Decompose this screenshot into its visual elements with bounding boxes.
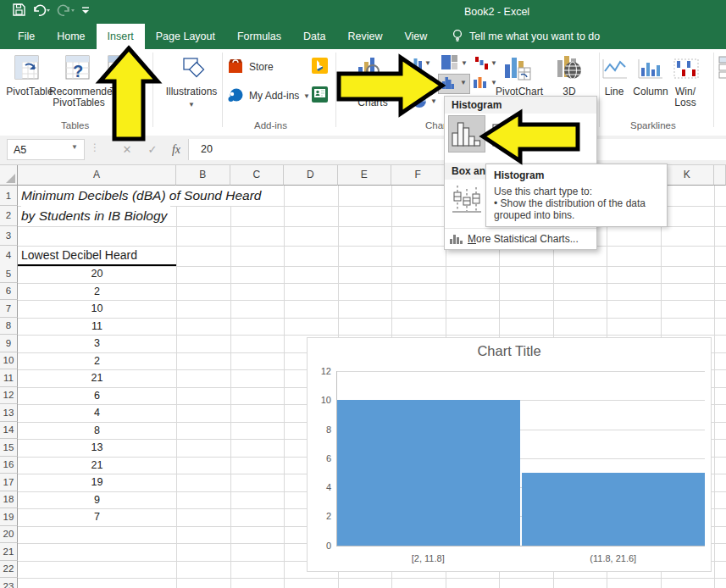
- row-header-6[interactable]: 6: [0, 283, 18, 301]
- insert-combo-chart-icon[interactable]: [473, 75, 487, 92]
- cell-A17[interactable]: 19: [18, 474, 176, 491]
- my-addins-icon[interactable]: [227, 86, 244, 107]
- tell-me-box[interactable]: Tell me what you want to do: [452, 24, 600, 49]
- pivotchart-icon[interactable]: [503, 54, 534, 86]
- customize-qat-icon[interactable]: [81, 4, 90, 19]
- pivottable-icon[interactable]: [14, 53, 41, 86]
- column-header-C[interactable]: C: [230, 164, 285, 186]
- row-header-12[interactable]: 12: [0, 387, 18, 405]
- recommended-pivottables-label2[interactable]: PivotTables: [49, 97, 108, 108]
- row-header-22[interactable]: 22: [0, 561, 18, 579]
- cell-A8[interactable]: 11: [18, 318, 176, 336]
- cell-A5[interactable]: 20: [18, 265, 176, 283]
- tab-home[interactable]: Home: [46, 24, 96, 49]
- sparkline-column-button[interactable]: Column: [632, 86, 669, 97]
- sparkline-winloss-label2[interactable]: Loss: [669, 97, 701, 108]
- cell-A13[interactable]: 4: [18, 404, 176, 422]
- tab-data[interactable]: Data: [292, 24, 336, 49]
- cell-A9[interactable]: 3: [18, 335, 176, 352]
- store-button[interactable]: Store: [249, 61, 274, 73]
- sparkline-line-icon[interactable]: [601, 58, 629, 83]
- recommended-charts-label1[interactable]: Recommended: [341, 86, 405, 97]
- tab-formulas[interactable]: Formulas: [226, 24, 292, 49]
- insert-waterfall-chart-icon[interactable]: [474, 56, 489, 74]
- insert-column-chart-icon[interactable]: [408, 56, 423, 74]
- formula-bar-grip[interactable]: ⋮: [90, 141, 98, 153]
- save-icon[interactable]: [12, 3, 26, 20]
- row-header-7[interactable]: 7: [0, 300, 18, 318]
- tab-review[interactable]: Review: [336, 24, 393, 49]
- column-header-partial[interactable]: [714, 164, 726, 186]
- column-header-F[interactable]: F: [391, 164, 446, 186]
- select-all-button[interactable]: [0, 164, 18, 186]
- illustrations-icon[interactable]: [180, 56, 208, 85]
- row-header-11[interactable]: 11: [0, 369, 18, 387]
- bing-maps-icon[interactable]: [312, 58, 328, 77]
- table-icon[interactable]: [107, 53, 134, 86]
- column-header-E[interactable]: E: [338, 164, 392, 186]
- people-graph-icon[interactable]: [312, 86, 328, 106]
- illustrations-button[interactable]: Illustrations: [159, 86, 224, 97]
- row-header-3[interactable]: 3: [0, 226, 18, 247]
- cell-A1[interactable]: Minimum Decibels (dBA) of Sound Heard: [21, 186, 264, 206]
- recommended-pivottables-icon[interactable]: ?: [64, 53, 91, 86]
- row-header-17[interactable]: 17: [0, 474, 18, 491]
- row-header-19[interactable]: 19: [0, 508, 18, 526]
- column-header-D[interactable]: D: [284, 164, 338, 186]
- sparkline-winloss-icon[interactable]: [673, 58, 700, 83]
- chart-title[interactable]: Chart Title: [308, 343, 711, 359]
- cell-A15[interactable]: 13: [18, 439, 176, 457]
- row-header-15[interactable]: 15: [0, 439, 18, 457]
- histogram-bar[interactable]: [336, 400, 520, 545]
- insert-hierarchy-chart-icon[interactable]: [441, 54, 458, 74]
- histogram-gallery-button[interactable]: [448, 115, 485, 153]
- column-header-B[interactable]: B: [176, 164, 230, 186]
- cell-A14[interactable]: 8: [18, 422, 176, 440]
- name-box-dropdown-icon[interactable]: ▼: [71, 143, 78, 151]
- insert-pie-chart-icon[interactable]: [412, 93, 427, 112]
- cell-A7[interactable]: 10: [18, 300, 176, 318]
- cancel-button[interactable]: ✕: [117, 139, 137, 160]
- sparkline-line-button[interactable]: Line: [598, 86, 630, 97]
- 3d-map-icon[interactable]: [554, 53, 585, 87]
- row-header-1[interactable]: 1: [0, 186, 18, 206]
- column-header-A[interactable]: A: [18, 164, 176, 186]
- more-statistical-charts-item[interactable]: More Statistical Charts...: [445, 228, 596, 249]
- redo-icon[interactable]: [57, 3, 75, 20]
- row-header-21[interactable]: 21: [0, 543, 18, 561]
- pivottable-button[interactable]: PivotTable: [3, 86, 56, 97]
- column-header-K[interactable]: K: [661, 164, 715, 186]
- recommended-charts-icon[interactable]: [356, 55, 381, 84]
- histogram-bar[interactable]: [522, 473, 706, 546]
- row-header-14[interactable]: 14: [0, 422, 18, 440]
- enter-button[interactable]: ✓: [142, 139, 163, 160]
- cell-A12[interactable]: 6: [18, 387, 176, 405]
- cell-A11[interactable]: 21: [18, 369, 176, 387]
- row-header-10[interactable]: 10: [0, 352, 18, 370]
- sparkline-column-icon[interactable]: [637, 58, 664, 83]
- row-header-23[interactable]: 23: [0, 578, 18, 588]
- recommended-pivottables-button[interactable]: Recommended: [49, 86, 108, 97]
- cell-A4[interactable]: Lowest Decibel Heard: [21, 246, 137, 266]
- cell-A6[interactable]: 2: [18, 283, 176, 301]
- row-header-18[interactable]: 18: [0, 491, 18, 509]
- tab-insert[interactable]: Insert: [97, 24, 145, 49]
- box-whisker-gallery-button[interactable]: [448, 181, 485, 219]
- tab-file[interactable]: File: [7, 24, 46, 49]
- cell-A2[interactable]: by Students in IB Biology: [21, 206, 170, 226]
- cell-A16[interactable]: 21: [18, 457, 176, 474]
- recommended-charts-label2[interactable]: Charts: [341, 97, 405, 108]
- cell-A19[interactable]: 7: [18, 508, 176, 526]
- store-icon[interactable]: [227, 58, 244, 78]
- table-button[interactable]: Table: [105, 86, 139, 97]
- row-header-2[interactable]: 2: [0, 206, 18, 226]
- tab-view[interactable]: View: [393, 24, 438, 49]
- sparkline-winloss-button[interactable]: Win/: [669, 86, 701, 97]
- tab-page-layout[interactable]: Page Layout: [145, 24, 226, 49]
- slicer-icon[interactable]: [718, 56, 726, 83]
- my-addins-button[interactable]: My Add-ins: [249, 90, 299, 102]
- insert-function-button[interactable]: fx: [166, 139, 186, 160]
- undo-icon[interactable]: [32, 3, 51, 20]
- row-header-16[interactable]: 16: [0, 457, 18, 474]
- pareto-gallery-button[interactable]: [489, 115, 526, 153]
